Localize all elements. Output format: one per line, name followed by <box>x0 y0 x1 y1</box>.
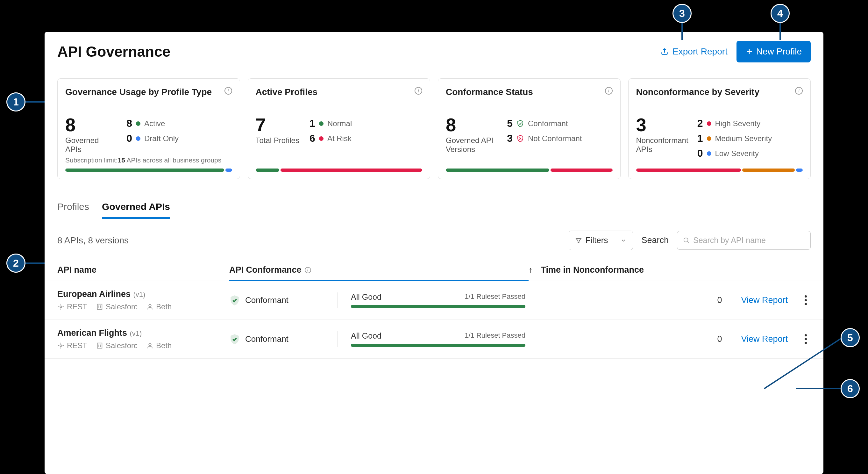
table-row: American Flights (v1) REST Salesforc Bet… <box>44 320 824 359</box>
api-user: Beth <box>147 341 172 350</box>
conformance-text: Conformant <box>245 334 288 344</box>
ruleset-detail: 1/1 Ruleset Passed <box>465 331 525 340</box>
callout-1-line <box>25 101 44 102</box>
new-profile-button[interactable]: New Profile <box>737 41 811 62</box>
shield-check-icon <box>517 119 524 128</box>
shield-check-icon <box>229 295 240 306</box>
header: API Governance Export Report New Profile <box>44 32 824 69</box>
api-type: REST <box>57 302 87 311</box>
api-icon <box>57 342 64 349</box>
conf-item-conformant: 5 Conformant <box>503 118 582 129</box>
view-report-link[interactable]: View Report <box>741 295 788 305</box>
sev-bar <box>636 169 803 172</box>
api-version: (v1) <box>133 291 146 298</box>
info-icon[interactable]: i <box>795 87 803 95</box>
api-meta: REST Salesforc Beth <box>57 302 229 311</box>
conf-big-number: 8 <box>446 116 497 134</box>
api-org: Salesforc <box>96 341 137 350</box>
building-icon <box>96 342 103 349</box>
col-conformance[interactable]: API Conformance i <box>229 265 529 275</box>
callout-3-line <box>681 22 683 40</box>
usage-big-label: Governed APIs <box>65 136 116 154</box>
svg-line-0 <box>764 338 842 389</box>
time-value: 0 <box>525 295 741 305</box>
info-icon[interactable]: i <box>224 87 232 95</box>
sev-item-low: 0 Low Severity <box>693 147 772 159</box>
search-input-wrapper[interactable] <box>677 231 811 250</box>
api-meta: REST Salesforc Beth <box>57 341 229 350</box>
callout-6-line <box>796 388 844 389</box>
col-api-name[interactable]: API name <box>57 265 229 275</box>
summary-cards: Governance Usage by Profile Type i 8 Gov… <box>44 69 824 182</box>
info-icon[interactable]: i <box>305 267 311 273</box>
ruleset-status: All Good <box>351 292 381 302</box>
usage-subnote: Subscription limit:15 APIs across all bu… <box>65 156 232 164</box>
usage-big-number: 8 <box>65 116 116 134</box>
api-name: American Flights <box>57 328 127 338</box>
card-usage: Governance Usage by Profile Type i 8 Gov… <box>57 78 240 179</box>
building-icon <box>96 303 103 310</box>
ruleset-block: All Good 1/1 Ruleset Passed <box>338 292 525 308</box>
filter-icon <box>576 237 582 244</box>
export-icon <box>660 48 669 56</box>
search-icon <box>683 237 690 244</box>
svg-point-1 <box>684 238 688 242</box>
table-body: European Airlines (v1) REST Salesforc Be… <box>44 281 824 359</box>
ruleset-bar <box>351 305 525 308</box>
shield-check-icon <box>229 333 240 345</box>
ruleset-block: All Good 1/1 Ruleset Passed <box>338 331 525 347</box>
export-label: Export Report <box>673 47 727 57</box>
dot-icon <box>136 136 141 141</box>
card-profiles: Active Profiles i 7 Total Profiles 1 Nor… <box>248 78 431 179</box>
callout-4: 4 <box>771 4 790 23</box>
sort-arrow-icon: ↑ <box>529 265 533 274</box>
sev-item-medium: 1 Medium Severity <box>693 132 772 144</box>
api-icon <box>57 303 64 310</box>
row-menu-button[interactable] <box>801 295 811 305</box>
list-summary: 8 APIs, 8 versions <box>57 235 129 246</box>
tabs: Profiles Governed APIs <box>44 182 824 219</box>
new-profile-label: New Profile <box>756 47 802 57</box>
conformance-status: Conformant <box>229 333 338 345</box>
dot-icon <box>136 121 141 126</box>
conf-big-label: Governed API Versions <box>446 136 497 154</box>
api-name: European Airlines <box>57 289 130 299</box>
time-value: 0 <box>525 334 741 344</box>
info-icon[interactable]: i <box>605 87 613 95</box>
sev-big-label: Nonconformant APIs <box>636 136 687 154</box>
svg-rect-6 <box>97 343 102 349</box>
callout-2-line <box>25 263 44 264</box>
dot-icon <box>319 121 323 126</box>
header-actions: Export Report New Profile <box>660 41 811 62</box>
sort-indicator <box>229 280 529 281</box>
conformance-text: Conformant <box>245 295 288 305</box>
card-usage-title: Governance Usage by Profile Type <box>65 87 212 97</box>
shield-x-icon <box>517 135 524 143</box>
svg-point-2 <box>60 306 62 308</box>
dot-icon <box>707 136 711 141</box>
callout-5: 5 <box>841 328 860 347</box>
svg-rect-3 <box>97 304 102 309</box>
profiles-item-risk: 6 At Risk <box>306 132 352 144</box>
usage-item-draft: 0 Draft Only <box>123 132 179 144</box>
info-icon[interactable]: i <box>414 87 422 95</box>
conf-item-nonconformant: 3 Not Conformant <box>503 132 582 144</box>
export-report-button[interactable]: Export Report <box>660 47 727 57</box>
app-window: API Governance Export Report New Profile <box>44 32 824 474</box>
filters-button[interactable]: Filters <box>569 231 633 250</box>
svg-point-4 <box>149 304 151 307</box>
tab-profiles[interactable]: Profiles <box>57 201 89 219</box>
usage-item-active: 8 Active <box>123 118 179 129</box>
dot-icon <box>707 121 711 126</box>
col-time[interactable]: ↑ Time in Nonconformance <box>529 265 811 275</box>
ruleset-detail: 1/1 Ruleset Passed <box>465 292 525 302</box>
list-toolbar: 8 APIs, 8 versions Filters Search <box>44 219 824 259</box>
callout-2: 2 <box>6 254 26 273</box>
callout-1: 1 <box>6 92 26 112</box>
api-type: REST <box>57 341 87 350</box>
search-input[interactable] <box>693 236 805 245</box>
tab-governed-apis[interactable]: Governed APIs <box>102 201 170 219</box>
card-conformance: Conformance Status i 8 Governed API Vers… <box>438 78 621 179</box>
user-icon <box>147 342 153 349</box>
profiles-bar <box>256 169 423 172</box>
